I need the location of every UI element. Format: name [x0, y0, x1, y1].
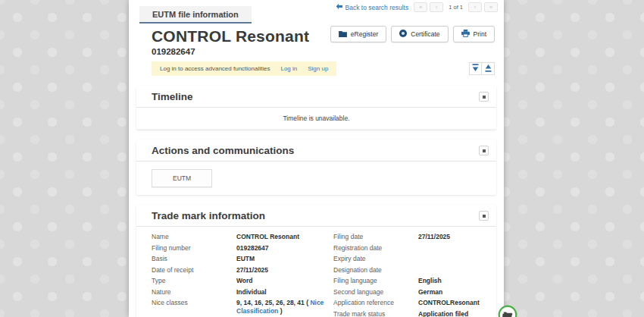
actions-section-body: EUTM: [136, 162, 496, 195]
field-row-nice-classes: Nice classes 9, 14, 16, 25, 26, 28, 41 (…: [152, 299, 333, 316]
field-label: Name: [152, 233, 236, 241]
actions-section-header: Actions and communications: [136, 140, 496, 162]
result-pager: « ‹ 1 of 1 › »: [414, 2, 498, 12]
field-row-date-of-receipt: Date of receipt 27/11/2025: [152, 266, 333, 275]
login-banner-text: Log in to access advanced functionalitie…: [160, 65, 270, 72]
trademark-status-icon: [498, 305, 517, 317]
field-row-trademark-status: Trade mark status Application filed: [333, 310, 515, 317]
collapse-icon: [483, 149, 486, 152]
back-arrow-icon: [336, 3, 342, 11]
trademark-fields: Name CONTROL Resonant Filing number 0192…: [136, 227, 496, 317]
back-to-search-results-link[interactable]: Back to search results: [336, 3, 409, 11]
field-label: Filing date: [333, 233, 418, 241]
field-row-nature: Nature Individual: [152, 288, 333, 297]
field-label: Basis: [152, 255, 236, 263]
field-label: Date of receipt: [152, 266, 236, 275]
pager-first-button[interactable]: «: [414, 2, 427, 12]
field-label: Type: [152, 277, 236, 285]
back-link-label: Back to search results: [345, 4, 409, 11]
collapse-icon: [483, 215, 486, 218]
actions-section-title: Actions and communications: [152, 145, 294, 156]
field-row-basis: Basis EUTM: [152, 255, 333, 264]
expand-all-icon: [485, 63, 492, 74]
nice-classes-close-paren: ): [280, 307, 283, 315]
print-icon: [461, 30, 470, 39]
print-button[interactable]: Print: [453, 26, 495, 42]
field-label: Nature: [152, 288, 236, 297]
certificate-button[interactable]: Certificate: [391, 26, 448, 42]
field-label: Expiry date: [333, 255, 418, 263]
field-row-filing-language: Filing language English: [333, 277, 515, 286]
field-row-type: Type Word: [152, 277, 333, 286]
field-row-expiry-date: Expiry date: [333, 255, 515, 264]
tab-eutm-file-information[interactable]: EUTM file information: [139, 6, 252, 24]
certificate-button-label: Certificate: [411, 30, 439, 38]
expand-all-button[interactable]: [482, 62, 495, 75]
login-banner-row: Log in to access advanced functionalitie…: [152, 61, 495, 76]
field-row-application-reference: Application reference CONTROLResonant: [333, 299, 515, 308]
field-label: Filing language: [333, 277, 418, 285]
document-actions: eRegister Certificate Print: [330, 26, 495, 42]
field-label: Filing number: [152, 244, 236, 253]
eutm-file-panel: Back to search results « ‹ 1 of 1 › » EU…: [129, 0, 504, 317]
trademark-collapse-button[interactable]: [479, 211, 489, 221]
pager-prev-button[interactable]: ‹: [430, 2, 443, 12]
pager-next-button[interactable]: ›: [468, 2, 482, 12]
trademark-section-title: Trade mark information: [152, 210, 265, 221]
nice-classes-value: 9, 14, 16, 25, 26, 28, 41 (: [236, 299, 308, 306]
timeline-section-title: Timeline: [152, 91, 193, 102]
field-value: CONTROL Resonant: [236, 233, 333, 241]
collapse-all-button[interactable]: [469, 62, 482, 75]
eregister-button-label: eRegister: [351, 30, 378, 38]
field-value: 019282647: [236, 244, 333, 253]
timeline-section: Timeline Timeline is unavailable.: [136, 86, 496, 130]
trademark-section-header: Trade mark information: [136, 205, 496, 227]
timeline-section-header: Timeline: [136, 86, 496, 108]
file-number: 019282647: [152, 47, 495, 56]
field-value: Word: [236, 277, 333, 285]
field-value: 27/11/2025: [418, 233, 515, 241]
field-label: Designation date: [333, 266, 418, 275]
print-button-label: Print: [474, 30, 486, 38]
top-navigation-bar: Back to search results « ‹ 1 of 1 › »: [336, 2, 498, 12]
actions-collapse-button[interactable]: [479, 146, 489, 155]
field-row-filing-date: Filing date 27/11/2025: [333, 233, 515, 242]
login-link[interactable]: Log in: [280, 65, 297, 72]
eregister-folder-icon: [339, 30, 347, 39]
signup-link[interactable]: Sign up: [308, 65, 328, 72]
pager-last-button[interactable]: »: [484, 2, 498, 12]
field-row-designation-date: Designation date: [333, 266, 515, 275]
field-row-registration-date: Registration date: [333, 244, 515, 253]
field-value: 9, 14, 16, 25, 26, 28, 41 ( Nice Classif…: [236, 299, 333, 316]
field-value: German: [418, 288, 515, 297]
certificate-seal-icon: [399, 30, 407, 39]
timeline-unavailable-message: Timeline is unavailable.: [136, 108, 496, 130]
collapse-icon: [483, 96, 486, 99]
field-label: Registration date: [333, 244, 418, 253]
field-row-name: Name CONTROL Resonant: [152, 233, 333, 242]
field-label: Application reference: [333, 299, 418, 307]
field-row-filing-number: Filing number 019282647: [152, 244, 333, 253]
section-toggle-buttons: [469, 62, 495, 75]
pager-position-label: 1 of 1: [449, 4, 463, 11]
field-label: Nice classes: [152, 299, 236, 307]
trademark-fields-left-column: Name CONTROL Resonant Filing number 0192…: [152, 233, 333, 317]
trademark-fields-right-column: Filing date 27/11/2025 Registration date…: [333, 233, 515, 317]
field-value: EUTM: [236, 255, 333, 263]
trademark-information-section: Trade mark information Name CONTROL Reso…: [136, 205, 496, 317]
field-label: Trade mark status: [333, 310, 418, 317]
actions-eutm-tab[interactable]: EUTM: [152, 169, 212, 187]
timeline-collapse-button[interactable]: [479, 92, 489, 102]
field-label: Second language: [333, 288, 418, 297]
eregister-button[interactable]: eRegister: [330, 26, 386, 42]
field-value: English: [418, 277, 515, 285]
actions-communications-section: Actions and communications EUTM: [136, 140, 496, 195]
login-banner: Log in to access advanced functionalitie…: [152, 61, 336, 76]
collapse-all-icon: [472, 63, 479, 74]
page-header: CONTROL Resonant 019282647 eRegister Cer…: [129, 24, 504, 56]
page-background: Back to search results « ‹ 1 of 1 › » EU…: [0, 0, 644, 317]
field-value: Individual: [236, 288, 333, 297]
field-row-second-language: Second language German: [333, 288, 515, 297]
field-value: 27/11/2025: [236, 266, 333, 275]
